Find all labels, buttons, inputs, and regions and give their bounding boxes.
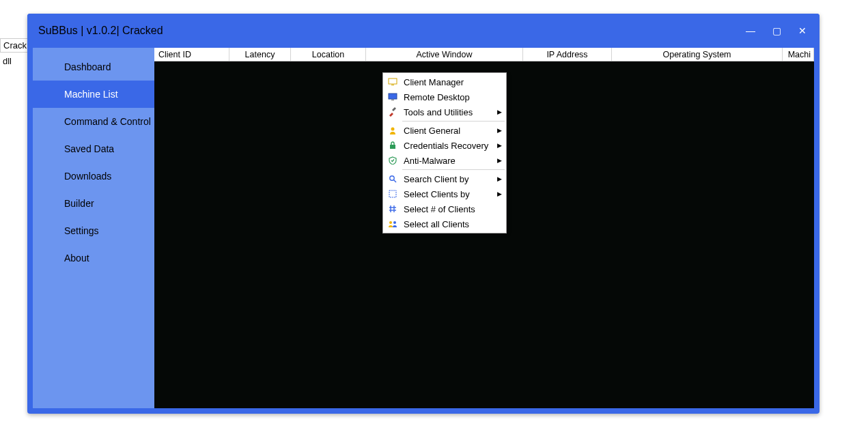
titlebar[interactable]: SuBBus | v1.0.2| Cracked — ▢ ✕	[27, 14, 820, 48]
tools-icon	[386, 106, 400, 117]
ctx-select-number-clients[interactable]: Select # of Clients	[383, 201, 506, 216]
ctx-select-clients-by[interactable]: Select Clients by ▶	[383, 186, 506, 201]
chevron-right-icon: ▶	[497, 142, 502, 149]
desktop-icon	[386, 91, 400, 102]
ctx-label: Select Clients by	[404, 189, 497, 199]
bg-tag: dll	[0, 55, 14, 68]
lock-icon	[386, 140, 400, 151]
sidebar-item-settings[interactable]: Settings	[33, 217, 154, 244]
context-menu: Client Manager Remote Desktop Tools and …	[382, 72, 507, 233]
ctx-label: Client General	[404, 126, 497, 136]
ctx-client-general[interactable]: Client General ▶	[383, 123, 506, 138]
svg-rect-2	[389, 94, 397, 99]
sidebar-item-dashboard[interactable]: Dashboard	[33, 53, 154, 81]
ctx-label: Select all Clients	[404, 219, 502, 229]
table-header: Client ID Latency Location Active Window…	[154, 48, 814, 61]
ctx-separator	[402, 169, 505, 170]
bg-tag: Crack	[0, 38, 30, 53]
ctx-label: Remote Desktop	[404, 92, 502, 102]
window-title: SuBBus | v1.0.2| Cracked	[38, 25, 744, 37]
ctx-select-all-clients[interactable]: Select all Clients	[383, 216, 506, 231]
ctx-label: Tools and Utilities	[404, 107, 497, 117]
maximize-button[interactable]: ▢	[770, 25, 783, 37]
svg-rect-8	[389, 190, 396, 197]
sidebar: Dashboard Machine List Command & Control…	[33, 48, 154, 408]
chevron-right-icon: ▶	[497, 127, 502, 134]
sidebar-item-about[interactable]: About	[33, 244, 154, 272]
chevron-right-icon: ▶	[497, 190, 502, 197]
main-panel: Client ID Latency Location Active Window…	[154, 48, 814, 408]
sidebar-item-saved-data[interactable]: Saved Data	[33, 135, 154, 162]
col-latency[interactable]: Latency	[229, 48, 291, 61]
svg-rect-1	[391, 85, 394, 85]
svg-point-14	[393, 221, 396, 224]
svg-line-7	[394, 180, 397, 183]
ctx-label: Credentials Recovery	[404, 141, 497, 151]
sidebar-item-downloads[interactable]: Downloads	[33, 162, 154, 190]
svg-rect-5	[390, 145, 395, 149]
col-location[interactable]: Location	[291, 48, 366, 61]
col-ip-address[interactable]: IP Address	[523, 48, 612, 61]
minimize-button[interactable]: —	[744, 25, 757, 37]
sidebar-item-machine-list[interactable]: Machine List	[33, 81, 154, 108]
ctx-anti-malware[interactable]: Anti-Malware ▶	[383, 153, 506, 168]
group-icon	[386, 218, 400, 229]
chevron-right-icon: ▶	[497, 109, 502, 115]
ctx-client-manager[interactable]: Client Manager	[383, 74, 506, 89]
chevron-right-icon: ▶	[497, 175, 502, 182]
monitor-icon	[386, 76, 400, 87]
svg-point-4	[391, 128, 395, 131]
select-icon	[386, 188, 400, 199]
search-icon	[386, 173, 400, 184]
svg-point-6	[390, 176, 394, 180]
shield-icon	[386, 155, 400, 166]
chevron-right-icon: ▶	[497, 157, 502, 164]
col-active-window[interactable]: Active Window	[366, 48, 523, 61]
ctx-separator	[402, 121, 505, 122]
user-icon	[386, 125, 400, 136]
ctx-credentials-recovery[interactable]: Credentials Recovery ▶	[383, 138, 506, 153]
ctx-label: Search Client by	[404, 174, 497, 184]
close-button[interactable]: ✕	[796, 25, 809, 37]
col-operating-system[interactable]: Operating System	[612, 48, 783, 61]
ctx-tools-utilities[interactable]: Tools and Utilities ▶	[383, 104, 506, 119]
ctx-label: Anti-Malware	[404, 156, 497, 166]
col-client-id[interactable]: Client ID	[154, 48, 229, 61]
ctx-label: Client Manager	[404, 77, 502, 87]
ctx-search-client-by[interactable]: Search Client by ▶	[383, 171, 506, 186]
app-window: SuBBus | v1.0.2| Cracked — ▢ ✕ Dashboard…	[27, 14, 820, 414]
svg-point-13	[389, 221, 392, 224]
ctx-label: Select # of Clients	[404, 204, 502, 214]
hash-icon	[386, 203, 400, 214]
svg-rect-3	[391, 100, 394, 100]
ctx-remote-desktop[interactable]: Remote Desktop	[383, 89, 506, 104]
sidebar-item-builder[interactable]: Builder	[33, 190, 154, 217]
svg-rect-0	[389, 79, 397, 84]
col-machine[interactable]: Machi	[783, 48, 814, 61]
sidebar-item-command-control[interactable]: Command & Control	[33, 108, 154, 135]
